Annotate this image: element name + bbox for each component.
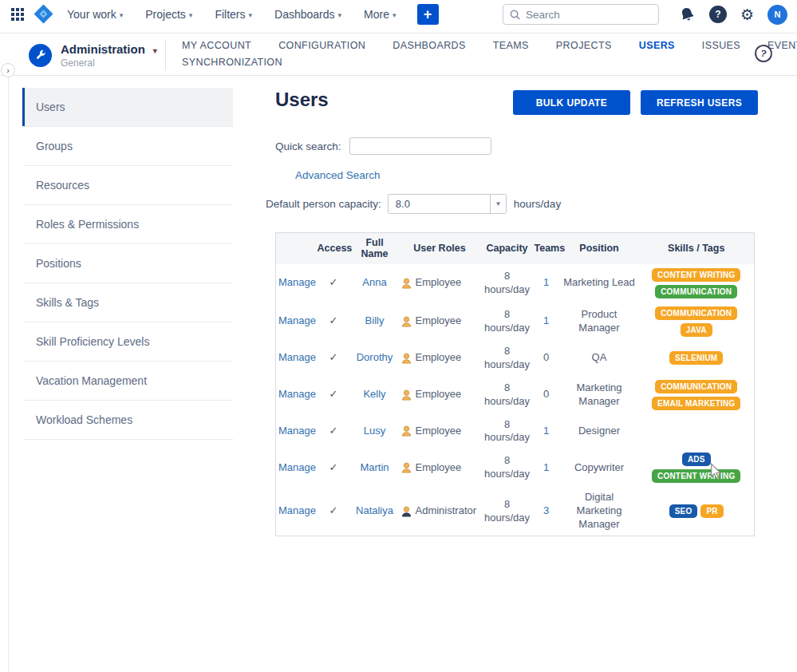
manage-link[interactable]: Manage [278,461,316,473]
jira-logo-icon[interactable] [32,4,56,25]
table-row: Manage ✓ Billy Employee 8hours/day 1 Pro… [276,302,755,341]
admin-tab-events[interactable]: EVENTS [767,40,797,51]
quick-search-label: Quick search: [275,140,341,152]
manage-link[interactable]: Manage [278,276,316,288]
col-position: Position [560,233,639,264]
skill-tag: PR [700,504,723,518]
user-name-link[interactable]: Dorothy [357,351,393,363]
menu-more[interactable]: More▾ [364,8,396,21]
create-button[interactable]: + [417,4,439,25]
help-icon[interactable]: ? [709,6,727,23]
capacity-value: 8 [484,498,531,512]
user-role-label: Administrator [416,504,477,518]
skill-tag: ADS [682,453,711,466]
search-icon [510,10,520,20]
admin-tab-users[interactable]: USERS [639,40,675,51]
admin-tab-configuration[interactable]: CONFIGURATION [278,40,365,51]
capacity-select[interactable]: 8.0 ▼ [388,194,507,214]
capacity-unit: hours/day [484,358,530,370]
manage-link[interactable]: Manage [278,425,316,437]
admin-menu: MY ACCOUNT CONFIGURATION DASHBOARDS TEAM… [182,40,790,73]
bulk-update-button[interactable]: BULK UPDATE [513,90,630,115]
user-avatar[interactable]: N [767,5,787,25]
top-app-bar: Your work▾ Projects▾ Filters▾ Dashboards… [0,0,797,29]
default-capacity-label: Default person capacity: [266,198,381,210]
global-search[interactable] [503,4,659,25]
capacity-unit: hours/day [484,283,530,295]
administrator-icon [400,505,412,518]
menu-your-work[interactable]: Your work▾ [67,8,123,21]
sidebar-item-users[interactable]: Users [22,88,233,126]
capacity-unit: hours/day [484,322,530,334]
manage-link[interactable]: Manage [278,314,316,326]
divider [165,40,166,70]
chevron-down-icon[interactable]: ▼ [490,195,506,213]
capacity-unit: hours/day [484,512,530,524]
position-label: Copywriter [560,449,639,487]
access-check-icon: ✓ [329,425,338,437]
admin-title-block[interactable]: Administration▾ General [61,42,157,69]
sidebar-item-skill-proficiency[interactable]: Skill Proficiency Levels [22,322,233,361]
settings-gear-icon[interactable]: ⚙ [740,6,754,23]
menu-filters[interactable]: Filters▾ [215,8,252,21]
skill-tag: EMAIL MARKETING [652,397,740,410]
sidebar-item-vacation-management[interactable]: Vacation Management [22,361,233,400]
skill-tag: COMMUNICATION [655,306,737,320]
sidebar-item-skills-tags[interactable]: Skills & Tags [22,283,233,322]
capacity-value: 8 [484,454,531,468]
admin-tab-dashboards[interactable]: DASHBOARDS [393,40,466,51]
panel-expand-handle[interactable]: › [1,63,15,77]
top-menu: Your work▾ Projects▾ Filters▾ Dashboards… [67,8,397,21]
user-name-link[interactable]: Anna [362,276,386,288]
search-input[interactable] [526,9,645,21]
user-name-link[interactable]: Lusy [364,425,385,437]
access-check-icon: ✓ [329,504,338,516]
teams-count-link[interactable]: 1 [543,314,549,326]
sidebar-item-positions[interactable]: Positions [22,243,233,283]
skill-tag: SELENIUM [669,351,723,365]
table-row: Manage ✓ Anna Employee 8hours/day 1 Mark… [276,264,755,302]
menu-dashboards[interactable]: Dashboards▾ [274,8,341,21]
col-user-roles: User Roles [398,233,482,264]
admin-tab-synchronization[interactable]: SYNCHRONIZATION [182,57,282,68]
admin-tab-teams[interactable]: TEAMS [493,40,529,51]
sidebar-item-workload-schemes[interactable]: Workload Schemes [22,400,233,440]
col-full-name: Full Name [352,233,398,264]
app-switcher-icon[interactable] [11,8,24,21]
main-content: Users BULK UPDATE REFRESH USERS Quick se… [275,84,762,536]
admin-tab-my-account[interactable]: MY ACCOUNT [182,40,251,51]
sidebar-item-resources[interactable]: Resources [22,165,233,204]
manage-link[interactable]: Manage [278,388,316,400]
admin-tab-projects[interactable]: PROJECTS [556,40,612,51]
user-name-link[interactable]: Martin [360,461,389,473]
mouse-cursor-icon [710,463,722,480]
menu-projects[interactable]: Projects▾ [145,8,192,21]
capacity-value: 8 [484,418,531,432]
user-name-link[interactable]: Billy [365,314,385,326]
teams-count-link[interactable]: 1 [543,425,549,437]
quick-search-input[interactable] [349,137,491,155]
user-name-link[interactable]: Nataliya [356,504,393,516]
sidebar-item-groups[interactable]: Groups [22,126,233,165]
advanced-search-link[interactable]: Advanced Search [295,169,381,181]
access-check-icon: ✓ [329,388,338,400]
skill-tag: JAVA [681,323,712,337]
manage-link[interactable]: Manage [278,351,316,363]
chevron-down-icon: ▾ [338,11,342,19]
teams-count-link[interactable]: 1 [543,276,549,288]
col-manage [276,233,316,264]
sidebar-item-roles-permissions[interactable]: Roles & Permissions [22,204,233,243]
chevron-down-icon: ▾ [393,11,397,19]
skill-tag: CONTENT WRITING [652,268,740,282]
employee-icon [400,425,412,437]
teams-count-link[interactable]: 1 [543,461,549,473]
administration-wrench-icon [29,44,52,67]
teams-count-link[interactable]: 3 [543,504,549,516]
user-role-label: Employee [416,351,462,365]
top-bar-right: ? ⚙ N [503,4,787,25]
refresh-users-button[interactable]: REFRESH USERS [641,90,758,115]
notifications-bell-icon[interactable] [677,4,697,25]
manage-link[interactable]: Manage [278,504,316,516]
admin-tab-issues[interactable]: ISSUES [702,40,740,51]
user-name-link[interactable]: Kelly [363,388,385,400]
